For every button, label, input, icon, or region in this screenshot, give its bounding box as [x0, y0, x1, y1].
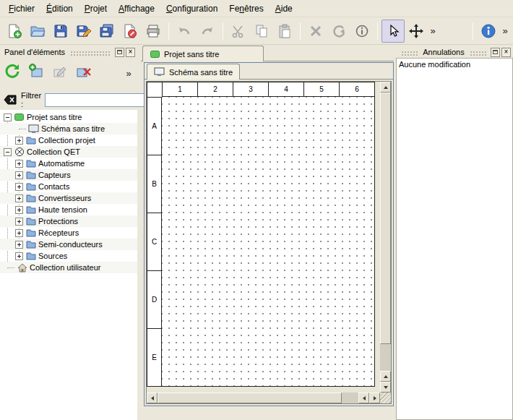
panel-overflow-button[interactable]: »	[124, 68, 134, 79]
close-project-button[interactable]	[118, 20, 142, 43]
diagram-sheet[interactable]: 1 2 3 4 5 6 A B C D E	[147, 82, 375, 387]
expand-expander-icon[interactable]	[15, 194, 23, 202]
horizontal-scrollbar[interactable]	[147, 393, 380, 403]
tree-item-collection-qet[interactable]: Collection QET	[0, 146, 137, 158]
scroll-left-button-right[interactable]	[358, 393, 369, 403]
tree-item-contacts[interactable]: Contacts	[0, 181, 137, 192]
save-icon	[53, 23, 69, 39]
edit-element-button[interactable]	[49, 60, 71, 82]
scroll-up-button-bottom[interactable]	[380, 371, 391, 382]
about-qet-button[interactable]	[477, 20, 500, 43]
tree-item-sources[interactable]: Sources	[0, 250, 137, 262]
qet-collection-icon	[14, 147, 25, 157]
toolbar-overflow-button[interactable]: »	[428, 25, 438, 36]
tab-schema-sans-titre[interactable]: Schéma sans titre	[147, 64, 240, 80]
rotate-button[interactable]	[327, 20, 350, 43]
menu-projet[interactable]: Projet	[79, 1, 113, 16]
tree-item-collection-projet[interactable]: Collection projet	[0, 134, 137, 146]
tree-item-schema[interactable]: Schéma sans titre	[0, 123, 137, 134]
open-folder-icon	[30, 23, 46, 39]
scroll-up-button[interactable]	[380, 82, 391, 93]
tree-item-semi-conducteurs[interactable]: Semi-conducteurs	[0, 239, 137, 250]
expand-expander-icon[interactable]	[15, 218, 23, 226]
menu-fichier[interactable]: Fichier	[3, 1, 40, 16]
redo-button[interactable]	[196, 20, 219, 43]
delete-icon	[308, 23, 324, 39]
horizontal-scroll-thumb[interactable]	[158, 393, 342, 403]
cut-button[interactable]	[227, 20, 250, 43]
toolbar-extension-button[interactable]: »	[500, 25, 510, 36]
expand-expander-icon[interactable]	[15, 171, 23, 179]
paste-button[interactable]	[273, 20, 296, 43]
menu-fenetres[interactable]: Fenêtres	[223, 1, 269, 16]
menu-aide[interactable]: Aide	[270, 1, 298, 16]
vertical-scrollbar[interactable]	[380, 82, 391, 393]
undo-button[interactable]	[173, 20, 196, 43]
tree-item-label: Convertisseurs	[38, 194, 91, 202]
float-dock-button[interactable]	[491, 48, 500, 57]
collapse-expander-icon[interactable]	[4, 148, 12, 156]
filter-input[interactable]	[45, 93, 152, 107]
float-dock-button[interactable]	[115, 48, 124, 57]
expand-expander-icon[interactable]	[15, 206, 23, 214]
save-all-button[interactable]	[95, 20, 118, 43]
clear-filter-icon[interactable]	[3, 94, 17, 106]
element-infos-button[interactable]	[350, 20, 374, 43]
tree-item-convertisseurs[interactable]: Convertisseurs	[0, 192, 137, 204]
menu-edition[interactable]: Édition	[40, 1, 79, 16]
reload-collections-button[interactable]	[1, 60, 23, 82]
tree-item-collection-utilisateur[interactable]: Collection utilisateur	[0, 262, 137, 273]
open-project-button[interactable]	[26, 20, 49, 43]
undo-panel-titlebar[interactable]: Annulations ×	[396, 46, 513, 58]
resize-grip[interactable]	[380, 393, 391, 403]
folder-icon	[25, 182, 36, 192]
save-button[interactable]	[49, 20, 72, 43]
dock-grip[interactable]	[401, 51, 418, 56]
expand-expander-icon[interactable]	[15, 160, 23, 168]
delete-element-button[interactable]	[73, 60, 95, 82]
menu-affichage[interactable]: Affichage	[113, 1, 160, 16]
schema-tab-icon	[154, 67, 165, 77]
expand-expander-icon[interactable]	[15, 252, 23, 260]
print-button[interactable]	[142, 20, 165, 43]
scroll-down-button[interactable]	[380, 382, 391, 393]
tree-item-project[interactable]: Projet sans titre	[0, 111, 137, 123]
select-mode-button[interactable]	[381, 20, 405, 43]
scroll-left-button[interactable]	[147, 393, 158, 403]
tree-item-automatisme[interactable]: Automatisme	[0, 158, 137, 169]
diagram-grid-paper[interactable]	[162, 97, 374, 386]
tree-item-recepteurs[interactable]: Récepteurs	[0, 227, 137, 239]
expand-expander-icon[interactable]	[15, 241, 23, 249]
close-dock-button[interactable]: ×	[126, 48, 135, 57]
diagram-view[interactable]: 1 2 3 4 5 6 A B C D E	[146, 81, 392, 404]
toolbar-separator	[300, 22, 301, 40]
new-element-button[interactable]	[25, 60, 47, 82]
tree-item-haute-tension[interactable]: Haute tension	[0, 204, 137, 215]
folder-icon	[25, 136, 36, 145]
elements-panel-titlebar[interactable]: Panel d'éléments ×	[0, 46, 137, 58]
undo-panel-title: Annulations	[421, 48, 467, 56]
vertical-scroll-thumb[interactable]	[380, 93, 391, 344]
scroll-right-button[interactable]	[369, 393, 380, 403]
expand-expander-icon[interactable]	[15, 137, 23, 145]
undo-history-list[interactable]: Aucune modification	[396, 58, 513, 420]
move-mode-button[interactable]	[405, 20, 428, 43]
delete-button[interactable]	[304, 20, 327, 43]
expand-expander-icon[interactable]	[15, 183, 23, 191]
collapse-expander-icon[interactable]	[4, 113, 12, 121]
expand-expander-icon[interactable]	[15, 229, 23, 237]
filter-label: Filtrer :	[21, 91, 41, 108]
folder-icon	[25, 159, 36, 168]
project-tabbar: Projet sans titre	[141, 45, 394, 61]
project-icon	[14, 113, 25, 122]
tab-projet-sans-titre[interactable]: Projet sans titre	[142, 46, 264, 61]
dock-grip[interactable]	[70, 51, 111, 56]
new-document-button[interactable]	[3, 20, 26, 43]
save-as-button[interactable]	[72, 20, 95, 43]
close-dock-button[interactable]: ×	[501, 48, 511, 57]
copy-button[interactable]	[250, 20, 273, 43]
tree-item-capteurs[interactable]: Capteurs	[0, 169, 137, 181]
dock-grip[interactable]	[470, 51, 486, 56]
menu-configuration[interactable]: Configuration	[160, 1, 223, 16]
tree-item-protections[interactable]: Protections	[0, 215, 137, 227]
